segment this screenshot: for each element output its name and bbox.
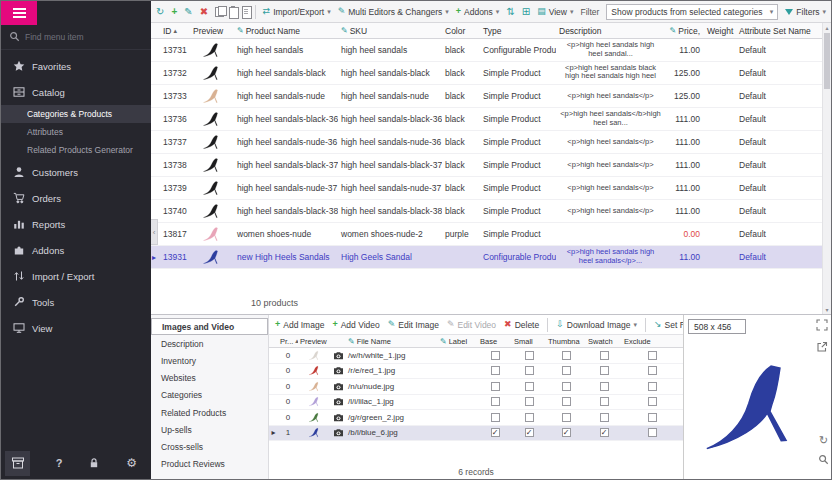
rotate-icon[interactable]: ↻ [819,435,828,446]
product-name-cell[interactable]: high heel sandals-nude-37 [234,183,338,193]
checkbox[interactable] [600,382,609,391]
tab-cross-sells[interactable]: Cross-sells [151,438,268,455]
sidebar-item-categories-products[interactable]: Categories & Products [1,105,151,123]
sidebar-search[interactable] [1,25,151,50]
filter-select[interactable]: Show products from selected categories ▾ [606,4,778,20]
product-name-cell[interactable]: high heel sandals [234,45,338,55]
sidebar-item-customers[interactable]: Customers [1,159,151,185]
product-sku-cell[interactable]: women shoes-nude-2 [338,229,442,239]
image-filename-cell[interactable]: /r/e/red_1.jpg [346,366,438,375]
product-price-cell[interactable]: 111.00 [662,183,704,193]
checkbox[interactable] [562,366,571,375]
image-filename-cell[interactable]: /g/r/green_2.jpg [346,413,438,422]
column-header-id[interactable]: ID▴ [160,26,190,36]
edit-image-button[interactable]: ✎Edit Image [388,320,439,330]
product-sku-cell[interactable]: high heel sandals-black-36 [338,114,442,124]
product-row[interactable]: 13738 high heel sandals-black-37 high he… [151,154,822,177]
scroll-down-icon[interactable]: ▾ [823,306,831,313]
product-name-cell[interactable]: new High Heels Sandals [234,252,338,262]
column-header-preview[interactable]: Preview [190,26,234,36]
column-header-price[interactable]: ✎Price, [662,26,704,36]
scrollbar-thumb[interactable] [824,33,830,89]
checkbox[interactable] [491,397,500,406]
column-header-description[interactable]: Description [556,26,662,36]
tab-up-sells[interactable]: Up-sells [151,421,268,438]
refresh-icon[interactable]: ↻ [156,7,164,17]
image-row[interactable]: 0 /w/h/white_1.jpg [269,348,683,364]
column-header-preview[interactable]: Preview [298,337,330,346]
delete-icon[interactable]: ✖ [200,7,208,17]
product-row[interactable]: 13739 high heel sandals-nude-37 high hee… [151,177,822,200]
checkbox[interactable] [562,413,571,422]
column-header-label[interactable]: ✎Label [438,337,478,346]
checkbox[interactable] [600,397,609,406]
zoom-icon[interactable] [818,454,829,465]
checkbox[interactable] [525,366,534,375]
product-row[interactable]: 13732 high heel sandals-black high heel … [151,62,822,85]
checkbox[interactable] [525,382,534,391]
checkbox[interactable] [648,413,657,422]
checkbox[interactable]: ✓ [562,428,571,437]
gear-icon[interactable]: ⚙ [126,457,137,469]
product-name-cell[interactable]: high heel sandals-nude [234,91,338,101]
vertical-scrollbar[interactable]: ▴ ▾ [822,23,831,314]
tab-product-reviews[interactable]: Product Reviews [151,456,268,473]
product-name-cell[interactable]: high heel sandals-nude-36 [234,137,338,147]
column-header-file-name[interactable]: ✎File Name [346,337,438,346]
checkbox[interactable] [491,382,500,391]
product-sku-cell[interactable]: high heel sandals-nude-36 [338,137,442,147]
product-price-cell[interactable]: 111.00 [662,114,704,124]
multi-editors-menu[interactable]: ✎ Multi Editors & Changers ▾ [338,7,449,17]
image-row[interactable]: ▸ 1 /b/l/blue_6.jpg ✓✓✓✓ [269,426,683,442]
product-row[interactable]: 13740 high heel sandals-black-38 high he… [151,200,822,223]
checkbox[interactable] [491,351,500,360]
image-filename-cell[interactable]: /w/h/white_1.jpg [346,351,438,360]
lock-icon[interactable] [88,457,100,469]
add-video-button[interactable]: +Add Video [332,320,379,330]
sort-icon[interactable]: ⇅ [506,7,514,17]
sidebar-item-catalog[interactable]: Catalog [1,79,151,105]
column-header-base[interactable]: Base [478,337,512,346]
product-price-cell[interactable]: 125.00 [662,68,704,78]
image-row[interactable]: 0 /n/u/nude.jpg [269,379,683,395]
checkbox[interactable]: ✓ [525,428,534,437]
tab-websites[interactable]: Websites [151,370,268,387]
product-price-cell[interactable]: 11.00 [662,252,704,262]
checkbox[interactable] [525,413,534,422]
add-icon[interactable]: + [171,7,177,17]
checkbox[interactable] [600,413,609,422]
checkbox[interactable] [600,351,609,360]
product-sku-cell[interactable]: high heel sandals-nude [338,91,442,101]
sidebar-item-view[interactable]: View [1,315,151,341]
addons-menu[interactable]: + Addons ▾ [456,7,500,17]
product-sku-cell[interactable]: high heel sandals [338,45,442,55]
sidebar-item-reports[interactable]: Reports [1,211,151,237]
store-icon[interactable] [5,451,30,476]
product-name-cell[interactable]: women shoes-nude [234,229,338,239]
column-header-weight[interactable]: Weight [704,26,736,36]
column-header-attribute-set-name[interactable]: Attribute Set Name [736,26,822,36]
product-sku-cell[interactable]: high heel sandals-black-37 [338,160,442,170]
paste-icon[interactable] [228,6,234,17]
sidebar-item-orders[interactable]: Orders [1,185,151,211]
product-price-cell[interactable]: 0.00 [662,229,704,239]
product-row[interactable]: 13737 high heel sandals-nude-36 high hee… [151,131,822,154]
product-name-cell[interactable]: high heel sandals-black-36 [234,114,338,124]
product-name-cell[interactable]: high heel sandals-black-37 [234,160,338,170]
product-price-cell[interactable]: 111.00 [662,137,704,147]
checkbox[interactable] [562,397,571,406]
checkbox[interactable] [600,366,609,375]
document-icon[interactable] [241,6,247,17]
download-image-button[interactable]: ⇩Download Image▾ [556,320,637,330]
column-header-sku[interactable]: ✎SKU [338,26,442,36]
checkbox[interactable] [648,366,657,375]
product-sku-cell[interactable]: high heel sandals-black-38 [338,206,442,216]
checkbox[interactable] [562,382,571,391]
column-header-pr[interactable]: Pr...▴ [278,337,298,346]
image-filename-cell[interactable]: /l/i/lilac_1.jpg [346,397,438,406]
external-link-icon[interactable] [816,341,828,353]
checkbox[interactable] [562,351,571,360]
column-header-exclude[interactable]: Exclude [622,337,683,346]
scroll-up-icon[interactable]: ▴ [823,24,831,31]
checkbox[interactable] [525,397,534,406]
